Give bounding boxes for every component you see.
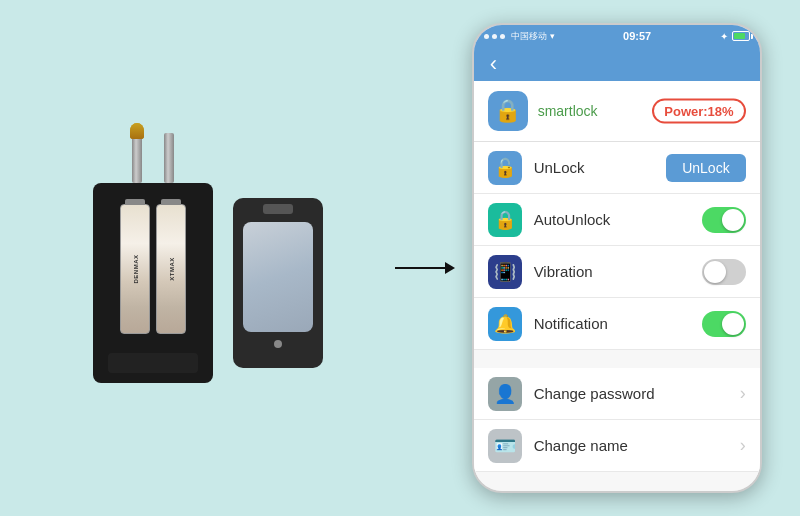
change-name-label: Change name xyxy=(534,437,728,454)
status-left: 中国移动 ▾ xyxy=(484,30,555,43)
arrow-line xyxy=(395,267,445,269)
battery-1-label: DENMAX xyxy=(132,254,138,283)
notification-toggle[interactable] xyxy=(702,311,746,337)
left-section: DENMAX XTMAX xyxy=(38,28,378,488)
lock-case-inner xyxy=(243,222,313,332)
lock-info-header: 🔒 smartlock Power:18% xyxy=(474,81,760,142)
notification-label: Notification xyxy=(534,315,690,332)
menu-separator-1 xyxy=(474,350,760,368)
change-name-chevron: › xyxy=(740,435,746,456)
battery-2-label: XTMAX xyxy=(168,257,174,281)
lock-case xyxy=(233,198,323,368)
status-dot-2 xyxy=(492,34,497,39)
battery-2: XTMAX xyxy=(156,204,186,334)
status-right: ✦ xyxy=(720,31,750,42)
vibration-label: Vibration xyxy=(534,263,690,280)
lock-case-dot xyxy=(274,340,282,348)
lock-case-top xyxy=(263,204,293,214)
status-bar: 中国移动 ▾ 09:57 ✦ xyxy=(474,25,760,47)
menu-item-change-name[interactable]: 🪪 Change name › xyxy=(474,420,760,472)
phone-container: 中国移动 ▾ 09:57 ✦ ‹ 🔒 smartlock Power:18% xyxy=(472,23,762,493)
unlock-button[interactable]: UnLock xyxy=(666,154,745,182)
vibration-icon: 📳 xyxy=(494,261,516,283)
menu-item-notification: 🔔 Notification xyxy=(474,298,760,350)
autounlock-label: AutoUnlock xyxy=(534,211,690,228)
change-name-icon: 🪪 xyxy=(494,435,516,457)
wifi-icon: ▾ xyxy=(550,31,555,41)
lock-bottom xyxy=(108,353,198,373)
battery-indicator xyxy=(732,31,750,41)
cable-end-right xyxy=(130,123,144,139)
unlock-icon-box: 🔓 xyxy=(488,151,522,185)
change-password-chevron: › xyxy=(740,383,746,404)
autounlock-toggle-knob xyxy=(722,209,744,231)
battery-1: DENMAX xyxy=(120,204,150,334)
menu-item-unlock: 🔓 UnLock UnLock xyxy=(474,142,760,194)
status-time: 09:57 xyxy=(623,30,651,42)
vibration-toggle[interactable] xyxy=(702,259,746,285)
lock-name: smartlock xyxy=(538,103,598,119)
notification-icon: 🔔 xyxy=(494,313,516,335)
bluetooth-icon: ✦ xyxy=(720,31,728,42)
vibration-icon-box: 📳 xyxy=(488,255,522,289)
lock-header-icon: 🔒 xyxy=(494,98,521,124)
power-badge: Power:18% xyxy=(652,99,745,124)
menu-item-autounlock: 🔒 AutoUnlock xyxy=(474,194,760,246)
battery-2-top xyxy=(161,199,181,205)
cable-left xyxy=(132,133,142,183)
menu-item-change-password[interactable]: 👤 Change password › xyxy=(474,368,760,420)
arrow-head xyxy=(445,262,455,274)
status-dot-3 xyxy=(500,34,505,39)
autounlock-toggle[interactable] xyxy=(702,207,746,233)
notification-toggle-knob xyxy=(722,313,744,335)
battery-compartment: DENMAX XTMAX xyxy=(103,193,203,345)
battery-fill xyxy=(734,33,745,39)
lock-body: DENMAX XTMAX xyxy=(93,183,213,383)
arrow-container xyxy=(395,262,455,274)
change-name-icon-box: 🪪 xyxy=(488,429,522,463)
unlock-icon: 🔓 xyxy=(494,157,516,179)
unlock-label: UnLock xyxy=(534,159,655,176)
autounlock-icon: 🔒 xyxy=(494,209,516,231)
change-password-icon: 👤 xyxy=(494,383,516,405)
page-container: DENMAX XTMAX xyxy=(0,0,800,516)
notification-icon-box: 🔔 xyxy=(488,307,522,341)
menu-item-vibration: 📳 Vibration xyxy=(474,246,760,298)
change-password-label: Change password xyxy=(534,385,728,402)
change-password-icon-box: 👤 xyxy=(488,377,522,411)
status-dot-1 xyxy=(484,34,489,39)
vibration-toggle-knob xyxy=(704,261,726,283)
lock-icon-circle: 🔒 xyxy=(488,91,528,131)
battery-tip xyxy=(751,34,753,39)
battery-1-top xyxy=(125,199,145,205)
nav-bar: ‹ xyxy=(474,47,760,81)
back-button[interactable]: ‹ xyxy=(490,53,497,75)
carrier-label: 中国移动 xyxy=(511,30,547,43)
autounlock-icon-box: 🔒 xyxy=(488,203,522,237)
cable-right xyxy=(164,133,174,183)
menu-list: 🔓 UnLock UnLock 🔒 AutoUnlock 📳 xyxy=(474,142,760,491)
